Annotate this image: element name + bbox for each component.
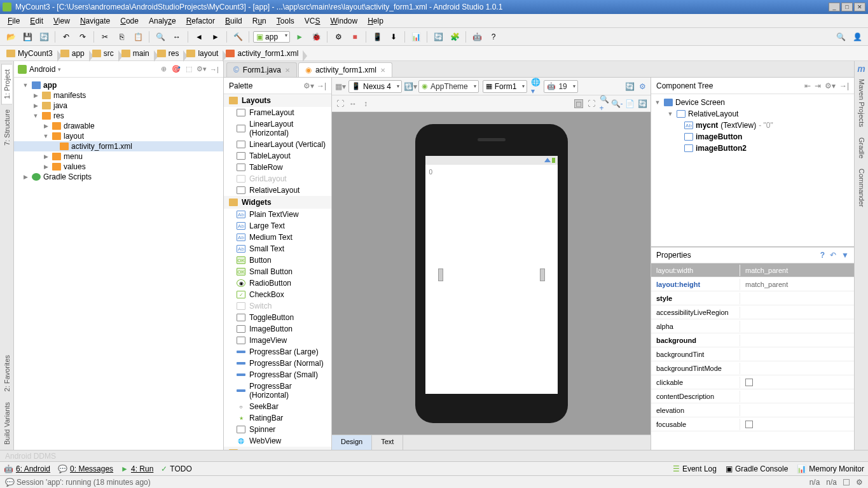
rail-project[interactable]: 1: Project (1, 64, 12, 104)
prop-background[interactable]: background (651, 333, 854, 347)
ct-collapse-icon[interactable]: ⇤ (804, 81, 811, 90)
avd-icon[interactable]: 📱 (370, 30, 384, 44)
prop-contentdescription[interactable]: contentDescription (651, 389, 854, 403)
back-icon[interactable]: ◄ (192, 30, 206, 44)
palette-framelayout[interactable]: FrameLayout (224, 107, 331, 118)
bt-run[interactable]: ►4: Run (121, 464, 153, 473)
crumb-project[interactable]: MyCount3 (4, 49, 58, 58)
forward-icon[interactable]: ► (209, 30, 223, 44)
layers-icon[interactable]: ▦▾ (336, 82, 345, 91)
palette-progressbar-horizontal[interactable]: ProgressBar (Horizontal) (224, 380, 331, 401)
imagebutton-right[interactable] (540, 268, 545, 281)
copy-icon[interactable]: ⎘ (114, 30, 128, 44)
orientation-icon[interactable]: 🔃▾ (406, 82, 415, 91)
menu-window[interactable]: Window (326, 15, 361, 27)
minimize-button[interactable]: _ (829, 3, 840, 11)
palette-ratingbar[interactable]: ★RatingBar (224, 412, 331, 424)
replace-icon[interactable]: ↔ (170, 30, 184, 44)
ct-gear-icon[interactable]: ⚙▾ (825, 81, 836, 90)
tree-menu[interactable]: ▶menu (14, 151, 223, 162)
hide-icon[interactable]: →| (209, 64, 219, 74)
palette-gear-icon[interactable]: ⚙▾ (303, 81, 314, 90)
palette-cat-layouts[interactable]: Layouts (224, 94, 331, 107)
palette-large-text[interactable]: AbLarge Text (224, 220, 331, 232)
dump-icon[interactable]: 📄 (625, 99, 634, 108)
palette-tablerow[interactable]: TableRow (224, 162, 331, 173)
menu-help[interactable]: Help (364, 15, 387, 27)
palette-linearlayout-v[interactable]: LinearLayout (Vertical) (224, 139, 331, 150)
tree-res[interactable]: ▼res (14, 111, 223, 121)
prop-backgroundtint[interactable]: backgroundTint (651, 347, 854, 361)
crumb-src[interactable]: src (90, 49, 119, 58)
bt-android[interactable]: 🤖6: Android (4, 464, 50, 473)
ct-imagebutton[interactable]: imageButton (651, 131, 854, 143)
imagebutton-left[interactable] (438, 268, 443, 281)
refresh-icon[interactable]: 🔄 (625, 82, 634, 91)
palette-linearlayout-h[interactable]: LinearLayout (Horizontal) (224, 118, 331, 139)
zoom-out-icon[interactable]: 🔍- (612, 99, 621, 108)
close-button[interactable]: ✕ (854, 3, 865, 11)
sync-icon[interactable]: 🔄 (37, 30, 51, 44)
lock-icon[interactable] (843, 479, 850, 485)
target-icon[interactable]: 🎯 (171, 64, 181, 74)
attach-icon[interactable]: ⚙ (331, 30, 345, 44)
ct-imagebutton2[interactable]: imageButton2 (651, 143, 854, 154)
tab-text[interactable]: Text (372, 435, 403, 450)
props-undo-icon[interactable]: ↶ (830, 251, 836, 260)
phone-textview[interactable]: 0 (425, 165, 558, 179)
menu-vcs[interactable]: VCS (301, 15, 324, 27)
rail-gradle[interactable]: Gradle (857, 132, 867, 164)
ct-device-screen[interactable]: ▼Device Screen (651, 97, 854, 108)
tab-activity-form1-xml[interactable]: ◉activity_form1.xml✕ (298, 62, 392, 77)
status-gear-icon[interactable]: ⚙ (856, 478, 863, 487)
bt-memory[interactable]: 📊Memory Monitor (797, 464, 864, 473)
tab-form1-java[interactable]: ©Form1.java✕ (226, 62, 297, 77)
palette-cat-widgets[interactable]: Widgets (224, 196, 331, 209)
menu-edit[interactable]: Edit (26, 15, 47, 27)
crumb-file[interactable]: activity_form1.xml (223, 49, 303, 58)
run-icon[interactable]: ► (293, 30, 307, 44)
prop-style[interactable]: style (651, 291, 854, 305)
palette-webview[interactable]: 🌐WebView (224, 435, 331, 447)
menu-file[interactable]: File (4, 15, 24, 27)
bt-gradle-console[interactable]: ▣Gradle Console (726, 464, 788, 473)
palette-button[interactable]: OKButton (224, 254, 331, 266)
rail-maven[interactable]: Maven Projects (857, 74, 867, 132)
menu-analyze[interactable]: Analyze (145, 15, 180, 27)
ct-hide-icon[interactable]: →| (839, 81, 849, 90)
prop-layout-width[interactable]: layout:widthmatch_parent (651, 263, 854, 277)
rail-commander[interactable]: Commander (857, 164, 867, 213)
gradle-sync-icon[interactable]: 🔄 (431, 30, 445, 44)
palette-small-button[interactable]: OKSmall Button (224, 266, 331, 277)
palette-progressbar-large[interactable]: ProgressBar (Large) (224, 346, 331, 358)
tree-manifests[interactable]: ▶manifests (14, 90, 223, 101)
palette-tablelayout[interactable]: TableLayout (224, 150, 331, 162)
expand-icon[interactable]: ⬚ (184, 64, 194, 74)
collapse-icon[interactable]: ⊕ (158, 64, 169, 74)
close-icon[interactable]: ✕ (380, 67, 385, 74)
palette-radiobutton[interactable]: ◉RadioButton (224, 277, 331, 289)
palette-switch[interactable]: Switch (224, 300, 331, 312)
rail-structure[interactable]: 7: Structure (2, 104, 12, 151)
prop-backgroundtintmode[interactable]: backgroundTintMode (651, 361, 854, 375)
debug-icon[interactable]: 🐞 (309, 30, 323, 44)
api-combo[interactable]: 🤖 19 (544, 80, 577, 93)
menu-navigate[interactable]: Navigate (76, 15, 114, 27)
palette-hide-icon[interactable]: →| (317, 81, 326, 90)
tree-app[interactable]: ▼app (14, 80, 223, 90)
palette-imageview[interactable]: ImageView (224, 335, 331, 346)
palette-progressbar-normal[interactable]: ProgressBar (Normal) (224, 358, 331, 369)
ct-relativelayout[interactable]: ▼RelativeLayout (651, 108, 854, 120)
prop-clickable[interactable]: clickable (651, 375, 854, 389)
search-icon[interactable]: 🔍 (834, 30, 848, 44)
theme-combo[interactable]: ◉ AppTheme (418, 80, 479, 93)
crumb-res[interactable]: res (155, 49, 184, 58)
props-help-icon[interactable]: ? (820, 251, 825, 260)
tree-drawable[interactable]: ▶drawable (14, 121, 223, 131)
redo-icon[interactable]: ↷ (76, 30, 90, 44)
rail-build-variants[interactable]: Build Variants (2, 397, 12, 450)
tab-design[interactable]: Design (332, 435, 372, 450)
prop-alpha[interactable]: alpha (651, 319, 854, 333)
palette-medium-text[interactable]: AbMedium Text (224, 232, 331, 243)
stop-icon[interactable]: ■ (348, 30, 362, 44)
